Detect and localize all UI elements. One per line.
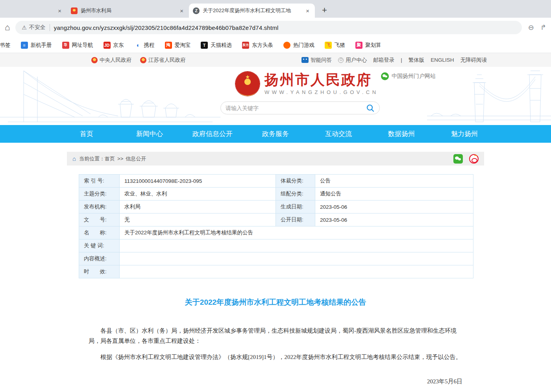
address-bar[interactable]: ⚠ 不安全 yangzhou.gov.cn/yzszxxgk/slj/20230… bbox=[15, 21, 522, 34]
document-meta-table: 索 引 号: 11321000014407098E-2023-095 体裁分类:… bbox=[79, 174, 473, 278]
banner-lineart-bridge-left bbox=[0, 67, 220, 125]
nav-gov-services[interactable]: 政务服务 bbox=[244, 129, 307, 138]
bookmark-label: 机书签 bbox=[0, 42, 11, 49]
link-jiangsu-gov[interactable]: 江苏省人民政府 bbox=[140, 57, 186, 64]
nav-info-disclosure[interactable]: 政府信息公开 bbox=[181, 129, 244, 138]
bookmark-label: 京东 bbox=[113, 42, 124, 49]
gov-links-right: 智能问答 用户中心 邮箱登录 | 繁体版 ENGLISH 无障碍阅读 bbox=[301, 57, 487, 64]
main-navigation: 首页 新闻中心 政府信息公开 政务服务 互动交流 数据扬州 魅力扬州 bbox=[0, 125, 551, 143]
bookmark-fliggy[interactable]: 飞 飞猪 bbox=[325, 42, 345, 49]
bookmark-tmall[interactable]: T 天猫精选 bbox=[201, 42, 232, 49]
traditional-version-link[interactable]: 繁体版 bbox=[409, 57, 425, 64]
user-center-link[interactable]: 用户中心 bbox=[338, 57, 367, 64]
link-label: 智能问答 bbox=[311, 57, 332, 64]
meta-value: 关于2022年度扬州市水利工程文明工地考核结果的公告 bbox=[120, 226, 473, 239]
close-tab-icon[interactable]: × bbox=[304, 7, 311, 15]
nav-charm-yangzhou[interactable]: 魅力扬州 bbox=[433, 129, 496, 138]
site-title: 扬州市人民政府 bbox=[264, 72, 379, 88]
browser-tab-strip: × 扬州市水利局 × Z 关于2022年度扬州市水利工程文明工地 × + bbox=[0, 0, 551, 18]
dongfang-icon: 东方 bbox=[242, 42, 249, 49]
game-icon bbox=[283, 42, 290, 49]
nav-interaction[interactable]: 互动交流 bbox=[307, 129, 370, 138]
article-body: 各县（市、区）水利（务）局，扬州经济开发区城乡事务管理局，生态科技新城规划建设局… bbox=[89, 326, 462, 362]
breadcrumb-separator: >> bbox=[117, 156, 123, 162]
url-text: yangzhou.gov.cn/yzszxxgk/slj/202305/210c… bbox=[54, 24, 279, 31]
tab-active-announcement[interactable]: Z 关于2022年度扬州市水利工程文明工地 × bbox=[189, 4, 315, 18]
bookmarks-bar: 机书签 ≡ 新机手册 导 网址导航 JD 京东 ◖ 携程 淘 爱淘宝 T 天猫精… bbox=[0, 37, 551, 53]
meta-value: 公告 bbox=[315, 175, 473, 188]
share-weibo-icon[interactable] bbox=[469, 154, 479, 164]
new-tab-button[interactable]: + bbox=[322, 5, 327, 15]
tab-yangzhou-water-bureau[interactable]: 扬州市水利局 × bbox=[67, 4, 189, 18]
breadcrumb-current-link[interactable]: 信息公开 bbox=[126, 155, 146, 162]
bookmark-label: 聚划算 bbox=[365, 42, 381, 49]
meta-value bbox=[120, 252, 473, 265]
meta-label: 体裁分类: bbox=[276, 175, 315, 188]
tmall-icon: T bbox=[201, 42, 208, 49]
bookmark-label: 飞猪 bbox=[335, 42, 345, 49]
divider: | bbox=[401, 57, 402, 63]
nav-news-center[interactable]: 新闻中心 bbox=[118, 129, 181, 138]
table-row: 文 号: 无 公开日期: 2023-05-06 bbox=[79, 213, 473, 226]
bookmark-mobile[interactable]: 机书签 bbox=[0, 42, 11, 49]
site-banner: 扬州市人民政府 WWW.YANGZHOU.GOV.CN 中国扬州门户网站 bbox=[0, 67, 551, 125]
nav-home[interactable]: 首页 bbox=[55, 129, 118, 138]
bookmark-label: 爱淘宝 bbox=[175, 42, 191, 49]
site-search bbox=[220, 101, 380, 114]
bookmark-nav[interactable]: 导 网址导航 bbox=[62, 42, 93, 49]
bookmark-label: 网址导航 bbox=[72, 42, 93, 49]
emblem-icon bbox=[91, 57, 98, 63]
gov-links-left: 中央人民政府 江苏省人民政府 bbox=[91, 57, 186, 64]
meta-value: 通知公告 bbox=[315, 188, 473, 201]
english-version-link[interactable]: ENGLISH bbox=[431, 57, 454, 63]
mail-login-link[interactable]: 邮箱登录 bbox=[373, 57, 394, 64]
link-label: ENGLISH bbox=[431, 57, 454, 63]
link-central-gov[interactable]: 中央人民政府 bbox=[91, 57, 131, 64]
close-tab-icon[interactable]: × bbox=[178, 7, 185, 15]
robot-icon bbox=[301, 57, 309, 63]
not-secure-label: 不安全 bbox=[29, 24, 46, 31]
bookmark-manual[interactable]: ≡ 新机手册 bbox=[21, 42, 52, 49]
accessibility-link[interactable]: 无障碍阅读 bbox=[460, 57, 487, 64]
site-logo[interactable]: 扬州市人民政府 WWW.YANGZHOU.GOV.CN bbox=[235, 72, 379, 96]
bookmark-juhuasuan[interactable]: 聚 聚划算 bbox=[355, 42, 381, 49]
bookmark-taobao[interactable]: 淘 爱淘宝 bbox=[165, 42, 191, 49]
share-icon[interactable]: ↱ bbox=[540, 23, 546, 32]
meta-value: 2023-05-06 bbox=[315, 213, 473, 226]
meta-label: 公开日期: bbox=[276, 213, 315, 226]
emblem-favicon-icon bbox=[71, 7, 78, 14]
smart-qa-link[interactable]: 智能问答 bbox=[301, 57, 332, 64]
bookmark-dongfang[interactable]: 东方 东方头条 bbox=[242, 42, 273, 49]
nav-data-yangzhou[interactable]: 数据扬州 bbox=[370, 129, 433, 138]
zoom-out-icon[interactable]: ⊖ bbox=[528, 23, 534, 32]
search-input[interactable] bbox=[226, 105, 366, 111]
bookmark-label: 天猫精选 bbox=[211, 42, 232, 49]
search-icon[interactable] bbox=[366, 104, 375, 112]
site-favicon-icon: Z bbox=[193, 7, 200, 14]
breadcrumb: ⌂ 当前位置： 首页 >> 信息公开 bbox=[67, 152, 484, 166]
wechat-icon bbox=[381, 72, 389, 80]
meta-label: 内容概述: bbox=[79, 252, 120, 265]
tab-title: 关于2022年度扬州市水利工程文明工地 bbox=[203, 7, 301, 14]
article-title: 关于2022年度扬州市水利工程文明工地考核结果的公告 bbox=[67, 297, 484, 307]
bookmark-ctrip[interactable]: ◖ 携程 bbox=[134, 42, 155, 49]
home-button-icon[interactable]: ⌂ bbox=[5, 22, 10, 33]
portal-label: 中国扬州门户网站 bbox=[392, 73, 436, 80]
tab-title: 扬州市水利局 bbox=[81, 7, 175, 14]
link-label: 中央人民政府 bbox=[100, 57, 131, 64]
article: 关于2022年度扬州市水利工程文明工地考核结果的公告 各县（市、区）水利（务）局… bbox=[67, 297, 484, 392]
breadcrumb-home-link[interactable]: 首页 bbox=[105, 155, 115, 162]
share-icons bbox=[453, 154, 479, 164]
bookmark-jd[interactable]: JD 京东 bbox=[104, 42, 124, 49]
portal-link[interactable]: 中国扬州门户网站 bbox=[381, 72, 436, 80]
meta-value: 无 bbox=[120, 213, 276, 226]
meta-value: 2023-05-06 bbox=[315, 201, 473, 213]
meta-value: 11321000014407098E-2023-095 bbox=[120, 175, 276, 188]
bookmark-games[interactable]: 热门游戏 bbox=[283, 42, 314, 49]
meta-value bbox=[120, 265, 473, 278]
table-row: 发布机构: 水利局 生成日期: 2023-05-06 bbox=[79, 201, 473, 213]
emblem-icon bbox=[140, 57, 146, 63]
tab-partial[interactable]: × bbox=[0, 4, 67, 18]
close-tab-icon[interactable]: × bbox=[56, 7, 63, 15]
share-wechat-icon[interactable] bbox=[453, 154, 463, 164]
